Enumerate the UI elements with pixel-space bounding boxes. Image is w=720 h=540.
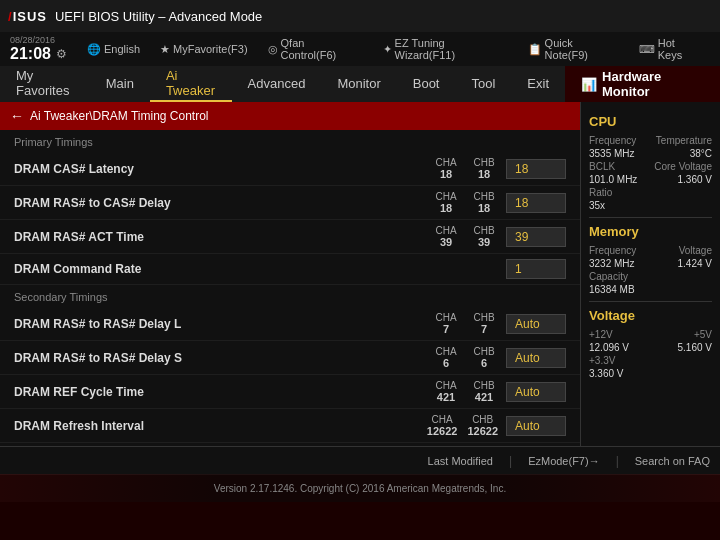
- nav-monitor[interactable]: Monitor: [321, 66, 396, 102]
- hw-mem-cap-row: Capacity: [589, 271, 712, 282]
- date-label: 08/28/2016: [10, 35, 67, 45]
- nav-ai-tweaker[interactable]: Ai Tweaker: [150, 66, 232, 102]
- hw-cpu-ratio-row: Ratio: [589, 187, 712, 198]
- toolbar: 08/28/2016 21:08 ⚙ 🌐 English ★ MyFavorit…: [0, 32, 720, 66]
- hw-volt-12-label: +12V: [589, 329, 613, 340]
- hw-mem-cap-value: 16384 MB: [589, 284, 635, 295]
- dram-ref-cycle-time-row[interactable]: DRAM REF Cycle Time CHA 421 CHB 421 Auto: [0, 375, 580, 409]
- hw-mem-freq-val-row: 3232 MHz 1.424 V: [589, 258, 712, 269]
- hw-volt-5-value: 5.160 V: [678, 342, 712, 353]
- dram-ras-ras-delay-l-value[interactable]: Auto: [506, 314, 566, 334]
- hw-cpu-bclk-label: BCLK: [589, 161, 615, 172]
- hw-cpu-bclk-row: BCLK Core Voltage: [589, 161, 712, 172]
- hw-cpu-title: CPU: [589, 114, 712, 129]
- hw-mem-cap-val-row: 16384 MB: [589, 284, 712, 295]
- hw-monitor-header-nav: 📊 Hardware Monitor: [565, 66, 720, 102]
- back-arrow-icon[interactable]: ←: [10, 108, 24, 124]
- dram-ref-cycle-channels: CHA 421 CHB 421: [432, 380, 498, 403]
- note-icon: 📋: [528, 43, 542, 56]
- hw-mem-volt-value: 1.424 V: [678, 258, 712, 269]
- dram-command-rate-label: DRAM Command Rate: [14, 262, 506, 276]
- secondary-timings-header: Secondary Timings: [0, 285, 580, 307]
- hw-mem-freq-row: Frequency Voltage: [589, 245, 712, 256]
- nav-main[interactable]: Main: [90, 66, 150, 102]
- my-favorite-btn[interactable]: ★ MyFavorite(F3): [152, 43, 256, 56]
- dram-ras-ras-delay-s-label: DRAM RAS# to RAS# Delay S: [14, 351, 432, 365]
- hw-cpu-freq-row: Frequency Temperature: [589, 135, 712, 146]
- dram-ref-cycle-time-label: DRAM REF Cycle Time: [14, 385, 432, 399]
- dram-refresh-interval-value[interactable]: Auto: [506, 416, 566, 436]
- dram-ras-ras-delay-s-value[interactable]: Auto: [506, 348, 566, 368]
- hot-keys-btn[interactable]: ⌨ Hot Keys: [631, 37, 710, 61]
- nav-advanced[interactable]: Advanced: [232, 66, 322, 102]
- hw-volt-12-value: 12.096 V: [589, 342, 629, 353]
- dram-ras-ras-delay-l-row[interactable]: DRAM RAS# to RAS# Delay L CHA 7 CHB 7 Au…: [0, 307, 580, 341]
- search-faq-btn[interactable]: Search on FAQ: [635, 455, 710, 467]
- ez-tuning-btn[interactable]: ✦ EZ Tuning Wizard(F11): [375, 37, 516, 61]
- keyboard-icon: ⌨: [639, 43, 655, 56]
- dram-ras-act-channels: CHA 39 CHB 39: [432, 225, 498, 248]
- hw-volt-12-row: +12V +5V: [589, 329, 712, 340]
- main-panel: ← Ai Tweaker\DRAM Timing Control Primary…: [0, 102, 580, 446]
- datetime: 08/28/2016 21:08 ⚙: [10, 35, 67, 63]
- footer-text: Version 2.17.1246. Copyright (C) 2016 Am…: [214, 483, 506, 494]
- hw-cpu-temp-value: 38°C: [690, 148, 712, 159]
- nav-bar: My Favorites Main Ai Tweaker Advanced Mo…: [0, 66, 720, 102]
- dram-ras-cas-delay-label: DRAM RAS# to CAS# Delay: [14, 196, 432, 210]
- hw-volt-33-row: +3.3V: [589, 355, 712, 366]
- dram-ras-act-time-value[interactable]: 39: [506, 227, 566, 247]
- dram-refresh-interval-row[interactable]: DRAM Refresh Interval CHA 12622 CHB 1262…: [0, 409, 580, 443]
- hw-cpu-freq-value: 3535 MHz: [589, 148, 635, 159]
- top-bar: /ISUS UEFI BIOS Utility – Advanced Mode: [0, 0, 720, 32]
- dram-ras-cas-delay-row[interactable]: DRAM RAS# to CAS# Delay CHA 18 CHB 18 18: [0, 186, 580, 220]
- quick-note-btn[interactable]: 📋 Quick Note(F9): [520, 37, 627, 61]
- qfan-control-btn[interactable]: ◎ Qfan Control(F6): [260, 37, 371, 61]
- hw-mem-freq-value: 3232 MHz: [589, 258, 635, 269]
- hw-mem-cap-label: Capacity: [589, 271, 628, 282]
- ez-mode-btn[interactable]: EzMode(F7)→: [528, 455, 600, 467]
- hw-cpu-ratio-label: Ratio: [589, 187, 612, 198]
- nav-exit[interactable]: Exit: [511, 66, 565, 102]
- hw-mem-volt-label: Voltage: [679, 245, 712, 256]
- dram-refresh-interval-label: DRAM Refresh Interval: [14, 419, 427, 433]
- globe-icon: 🌐: [87, 43, 101, 56]
- nav-tool[interactable]: Tool: [455, 66, 511, 102]
- bottom-bar: Last Modified | EzMode(F7)→ | Search on …: [0, 446, 720, 474]
- hw-monitor-panel: CPU Frequency Temperature 3535 MHz 38°C …: [580, 102, 720, 446]
- dram-ras-cas-delay-value[interactable]: 18: [506, 193, 566, 213]
- toolbar-left: 08/28/2016 21:08 ⚙ 🌐 English ★ MyFavorit…: [10, 35, 710, 63]
- dram-ras-act-time-row[interactable]: DRAM RAS# ACT Time CHA 39 CHB 39 39: [0, 220, 580, 254]
- dram-ras-ras-s-channels: CHA 6 CHB 6: [432, 346, 498, 369]
- footer: Version 2.17.1246. Copyright (C) 2016 Am…: [0, 474, 720, 502]
- dram-command-rate-value[interactable]: 1: [506, 259, 566, 279]
- monitor-icon: 📊: [581, 77, 597, 92]
- hw-cpu-temp-label: Temperature: [656, 135, 712, 146]
- asus-logo: /ISUS: [8, 9, 47, 24]
- primary-timings-header: Primary Timings: [0, 130, 580, 152]
- settings-container: Primary Timings DRAM CAS# Latency CHA 18…: [0, 130, 580, 446]
- dram-cas-latency-value[interactable]: 18: [506, 159, 566, 179]
- hw-mem-freq-label: Frequency: [589, 245, 636, 256]
- hw-cpu-ratio-val-row: 35x: [589, 200, 712, 211]
- hw-cpu-bclk-value: 101.0 MHz: [589, 174, 637, 185]
- hw-voltage-title: Voltage: [589, 308, 712, 323]
- nav-my-favorites[interactable]: My Favorites: [0, 66, 90, 102]
- dram-ref-cycle-time-value[interactable]: Auto: [506, 382, 566, 402]
- hw-divider-1: [589, 217, 712, 218]
- dram-ras-cas-channels: CHA 18 CHB 18: [432, 191, 498, 214]
- language-selector[interactable]: 🌐 English: [79, 43, 148, 56]
- hw-volt-33-val-row: 3.360 V: [589, 368, 712, 379]
- nav-right: 📊 Hardware Monitor: [565, 66, 720, 102]
- dram-write-recovery-row[interactable]: DRAM WRITE Recovery Time Auto: [0, 443, 580, 446]
- hw-volt-12-val-row: 12.096 V 5.160 V: [589, 342, 712, 353]
- dram-cas-latency-row[interactable]: DRAM CAS# Latency CHA 18 CHB 18 18: [0, 152, 580, 186]
- gear-icon[interactable]: ⚙: [56, 47, 67, 61]
- hw-volt-5-label: +5V: [694, 329, 712, 340]
- nav-boot[interactable]: Boot: [397, 66, 456, 102]
- dram-command-rate-row[interactable]: DRAM Command Rate 1: [0, 254, 580, 285]
- last-modified-btn[interactable]: Last Modified: [428, 455, 493, 467]
- hw-volt-33-label: +3.3V: [589, 355, 615, 366]
- hw-volt-33-value: 3.360 V: [589, 368, 623, 379]
- dram-cas-channels: CHA 18 CHB 18: [432, 157, 498, 180]
- dram-ras-ras-delay-s-row[interactable]: DRAM RAS# to RAS# Delay S CHA 6 CHB 6 Au…: [0, 341, 580, 375]
